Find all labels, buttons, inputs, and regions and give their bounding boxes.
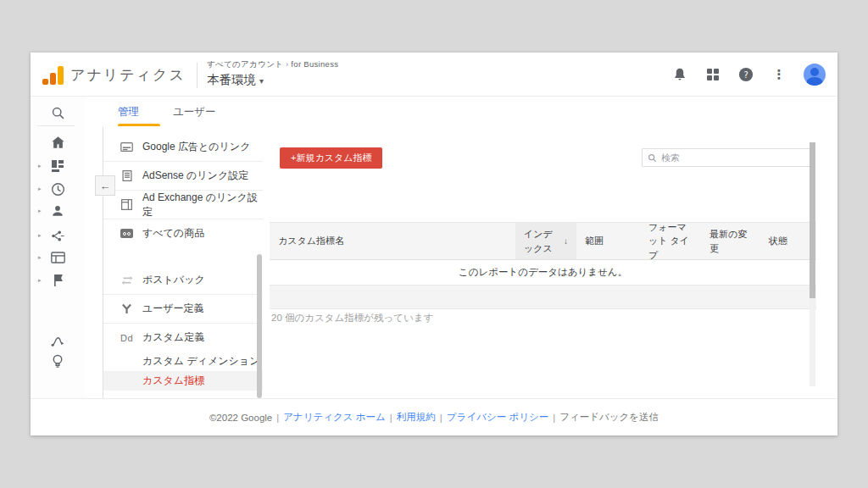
column-header-scope[interactable]: 範囲 bbox=[576, 223, 640, 259]
search-input[interactable] bbox=[661, 152, 797, 163]
footer-link-terms[interactable]: 利用規約 bbox=[397, 411, 436, 424]
left-nav-rail: ▸ ▸ ▸ ▸ ▸ ▸ bbox=[31, 97, 85, 435]
property-name: 本番環境 bbox=[207, 73, 256, 86]
content-scrollbar-thumb[interactable] bbox=[810, 142, 815, 298]
page-footer: ©2022 Google | アナリティクス ホーム | 利用規約 | プライバ… bbox=[31, 398, 837, 435]
custom-metrics-table: カスタム指標名 インデックス ↓ 範囲 フォーマット タイプ 最新の変更 状態 … bbox=[270, 222, 816, 309]
nav-acquisition-icon[interactable] bbox=[31, 226, 85, 245]
postback-icon bbox=[120, 274, 134, 286]
footer-separator: | bbox=[390, 413, 392, 423]
adsense-link-icon bbox=[120, 170, 134, 182]
ad-exchange-link-icon bbox=[120, 199, 134, 211]
menu-scrollbar[interactable] bbox=[257, 254, 262, 398]
menu-item-label: Ad Exchange のリンク設定 bbox=[142, 191, 263, 219]
breadcrumb-entity: for Business bbox=[291, 59, 338, 69]
svg-text:?: ? bbox=[743, 70, 748, 80]
menu-item-adsense-link[interactable]: AdSense のリンク設定 bbox=[103, 162, 263, 190]
menu-item-label: Google 広告とのリンク bbox=[142, 140, 250, 154]
user-definition-icon bbox=[120, 303, 134, 315]
sort-descending-icon: ↓ bbox=[564, 235, 568, 247]
nav-discover-lightbulb-icon[interactable] bbox=[31, 352, 85, 370]
logo-bar bbox=[50, 73, 56, 85]
nav-home-icon[interactable] bbox=[31, 133, 85, 152]
column-header-last-changed[interactable]: 最新の変更 bbox=[701, 223, 760, 259]
nav-conversions-flag-icon[interactable] bbox=[31, 271, 85, 290]
desktop-background: アナリティクス すべてのアカウント›for Business 本番環境▾ bbox=[0, 0, 868, 488]
menu-subitem-custom-metrics[interactable]: カスタム指標 bbox=[103, 371, 263, 391]
rail-divider bbox=[37, 125, 75, 126]
all-products-icon bbox=[120, 228, 134, 240]
analytics-logo-icon[interactable] bbox=[42, 64, 66, 85]
footer-send-feedback[interactable]: フィードバックを送信 bbox=[559, 411, 659, 424]
remaining-metrics-note: 20 個のカスタム指標が残っています bbox=[271, 312, 433, 324]
custom-definitions-dd-icon: Dd bbox=[120, 332, 134, 344]
search-icon[interactable] bbox=[31, 103, 85, 122]
nav-customization-icon[interactable] bbox=[31, 157, 85, 175]
new-custom-metric-button[interactable]: +新規カスタム指標 bbox=[280, 147, 382, 169]
section-tabbar: 管理 ユーザー bbox=[85, 97, 837, 127]
menu-subitem-custom-dimensions[interactable]: カスタム ディメンション bbox=[103, 352, 263, 371]
property-selector[interactable]: 本番環境▾ bbox=[207, 72, 338, 88]
menu-item-label: ユーザー定義 bbox=[142, 302, 204, 316]
admin-sidenav-menu: Google 広告とのリンク AdSense のリンク設定 Ad Exchang… bbox=[103, 127, 263, 398]
menu-item-google-ads-link[interactable]: Google 広告とのリンク bbox=[103, 133, 263, 161]
menu-item-label: カスタム ディメンション bbox=[142, 354, 259, 369]
search-icon bbox=[648, 153, 657, 163]
footer-separator: | bbox=[276, 413, 279, 423]
main-content: +新規カスタム指標 カスタム指標名 インデックス ↓ 範囲 フォーマット タイプ… bbox=[270, 127, 816, 398]
column-header-index[interactable]: インデックス ↓ bbox=[515, 223, 576, 259]
logo-bar bbox=[58, 66, 64, 85]
analytics-window: アナリティクス すべてのアカウント›for Business 本番環境▾ bbox=[31, 53, 837, 435]
help-icon[interactable]: ? bbox=[737, 66, 754, 83]
tab-user[interactable]: ユーザー bbox=[173, 97, 216, 127]
footer-separator: | bbox=[440, 413, 442, 423]
menu-item-postback[interactable]: ポストバック bbox=[103, 266, 263, 294]
google-apps-grid-icon[interactable] bbox=[704, 66, 721, 83]
menu-group-gap bbox=[103, 247, 263, 266]
google-ads-link-icon bbox=[120, 141, 134, 153]
menu-item-label: カスタム指標 bbox=[142, 374, 204, 388]
footer-link-analytics-home[interactable]: アナリティクス ホーム bbox=[283, 411, 386, 424]
footer-separator: | bbox=[553, 413, 555, 423]
product-name: アナリティクス bbox=[70, 65, 186, 85]
avatar-body bbox=[806, 77, 823, 86]
nav-behavior-card-icon[interactable] bbox=[31, 248, 85, 267]
nav-audience-person-icon[interactable] bbox=[31, 202, 85, 220]
active-tab-underline bbox=[118, 124, 160, 126]
header-divider bbox=[197, 63, 198, 88]
more-menu-icon[interactable]: ⋮ bbox=[771, 66, 787, 83]
column-header-format-type[interactable]: フォーマット タイプ bbox=[640, 223, 701, 259]
menu-item-ad-exchange-link[interactable]: Ad Exchange のリンク設定 bbox=[103, 191, 263, 219]
empty-data-row: このレポートのデータはありません。 bbox=[270, 260, 816, 286]
menu-item-label: すべての商品 bbox=[142, 226, 204, 241]
menu-item-all-products[interactable]: すべての商品 bbox=[103, 219, 263, 247]
collapse-menu-back-button[interactable]: ← bbox=[95, 175, 115, 196]
table-header-row: カスタム指標名 インデックス ↓ 範囲 フォーマット タイプ 最新の変更 状態 bbox=[270, 222, 816, 260]
menu-item-label: AdSense のリンク設定 bbox=[142, 169, 248, 183]
breadcrumb-separator-icon: › bbox=[286, 60, 288, 69]
more-dots-glyph: ⋮ bbox=[773, 67, 786, 82]
menu-item-custom-definitions[interactable]: Dd カスタム定義 bbox=[103, 324, 263, 352]
footer-link-privacy[interactable]: プライバシー ポリシー bbox=[447, 411, 548, 424]
account-breadcrumb[interactable]: すべてのアカウント›for Business 本番環境▾ bbox=[207, 59, 338, 88]
menu-item-user-definition[interactable]: ユーザー定義 bbox=[103, 295, 263, 323]
dropdown-arrow-icon: ▾ bbox=[259, 76, 264, 86]
breadcrumb-account: すべてのアカウント bbox=[207, 59, 283, 69]
app-header: アナリティクス すべてのアカウント›for Business 本番環境▾ bbox=[31, 53, 837, 97]
table-search-box[interactable] bbox=[642, 148, 811, 167]
table-footer-row bbox=[270, 286, 816, 309]
user-avatar[interactable] bbox=[804, 64, 826, 86]
nav-attribution-icon[interactable] bbox=[31, 332, 85, 351]
column-header-status[interactable]: 状態 bbox=[760, 223, 816, 259]
menu-item-label: ポストバック bbox=[142, 273, 205, 287]
back-arrow-icon: ← bbox=[100, 180, 111, 192]
tab-admin[interactable]: 管理 bbox=[118, 97, 139, 127]
menu-item-label: カスタム定義 bbox=[142, 330, 204, 345]
notifications-bell-icon[interactable] bbox=[671, 66, 688, 83]
copyright-text: ©2022 Google bbox=[209, 413, 272, 423]
column-header-metric-name[interactable]: カスタム指標名 bbox=[270, 223, 515, 259]
nav-realtime-clock-icon[interactable] bbox=[31, 180, 85, 198]
avatar-head bbox=[810, 68, 819, 76]
logo-bar bbox=[42, 79, 48, 85]
